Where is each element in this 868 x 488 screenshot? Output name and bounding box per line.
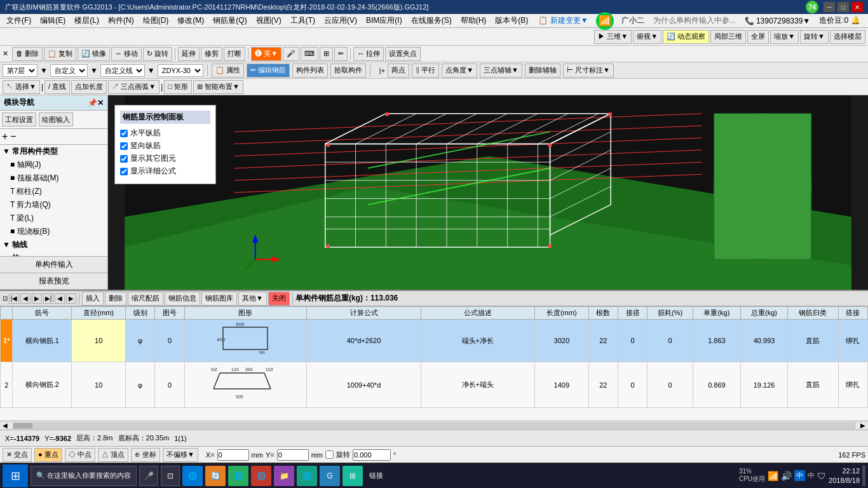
- minimize-button[interactable]: ─: [824, 2, 835, 12]
- horizontal-scrollbar[interactable]: ◀ ▶: [0, 421, 868, 430]
- phone-number[interactable]: 📞 13907298339▼: [741, 15, 815, 27]
- sidebar-item-col[interactable]: ▼ 柱: [0, 252, 107, 256]
- clock[interactable]: 22:12 2018/8/18: [829, 466, 860, 485]
- insert-row-button[interactable]: 插入: [82, 292, 104, 306]
- select-button[interactable]: ↖ 选择▼: [3, 80, 40, 94]
- extend-button[interactable]: 延伸: [178, 47, 200, 61]
- 3d-view-button[interactable]: ▶ 三维▼: [594, 30, 632, 44]
- sidebar-item-axis[interactable]: ▼ 轴线: [0, 238, 107, 252]
- top-view-button[interactable]: 俯视▼: [633, 30, 661, 44]
- stretch-button[interactable]: ↔ 拉伸: [353, 47, 384, 61]
- search-button[interactable]: 🔍 在这里输入你要搜索的内容: [31, 466, 137, 486]
- menu-bim[interactable]: BIM应用(I): [362, 14, 406, 27]
- vertical-rebar-checkbox[interactable]: [120, 142, 128, 150]
- parallel-button[interactable]: ‖ 平行: [412, 64, 439, 78]
- nav-back-button[interactable]: ◀: [55, 294, 65, 304]
- mirror-button[interactable]: 🔄 镜像: [78, 47, 110, 61]
- task-view-icon[interactable]: ⊡: [161, 466, 180, 486]
- close-button[interactable]: ✕: [851, 2, 863, 12]
- drawing-input-button[interactable]: 绘图输入: [39, 112, 73, 126]
- rebar-info-button[interactable]: 钢筋信息: [165, 292, 200, 306]
- break-button[interactable]: 打断: [224, 47, 245, 61]
- delete-aux-button[interactable]: 删除辅轴: [525, 64, 560, 78]
- define-select[interactable]: 自定义: [50, 64, 88, 77]
- three-point-aux-button[interactable]: 三点辅轴▼: [480, 64, 522, 78]
- taskbar-app-3[interactable]: 🌐: [228, 466, 248, 486]
- sidebar-item-beam[interactable]: T 梁(L): [0, 212, 107, 225]
- table-button[interactable]: ⊞: [320, 47, 333, 61]
- menu-view[interactable]: 视图(V): [252, 14, 285, 27]
- sidebar-item-raft[interactable]: ■ 筏板基础(M): [0, 172, 107, 185]
- no-skew-button[interactable]: 不偏移▼: [163, 448, 198, 462]
- lang-icon[interactable]: 中: [794, 470, 805, 481]
- menu-draw[interactable]: 绘图(D): [139, 14, 173, 27]
- rebar-library-button[interactable]: 钢筋图库: [201, 292, 237, 306]
- maximize-button[interactable]: □: [837, 2, 849, 12]
- sidebar-item-shear-wall[interactable]: T 剪力墙(Q): [0, 198, 107, 212]
- two-point-button[interactable]: 两点: [388, 64, 409, 78]
- rect-button[interactable]: □ 矩形: [164, 80, 192, 94]
- menu-online[interactable]: 在线服务(S): [407, 14, 456, 27]
- sidebar-item-frame-col[interactable]: T 框柱(Z): [0, 185, 107, 198]
- menu-new-change[interactable]: 📋 新建变更▼: [534, 14, 592, 27]
- taskbar-app-6[interactable]: ⊞: [342, 466, 363, 486]
- edit-rebar-button[interactable]: ✏ 编辑钢筋: [247, 64, 290, 78]
- other-button[interactable]: 其他▼: [238, 292, 267, 306]
- snap-coord-button[interactable]: ⊕ 坐标: [131, 448, 160, 462]
- menu-modify[interactable]: 修改(M): [173, 14, 208, 27]
- minus-icon[interactable]: −: [10, 131, 16, 142]
- local-3d-button[interactable]: 局部三维: [710, 30, 746, 44]
- single-component-button[interactable]: 单构件输入: [0, 257, 107, 273]
- nav-first-button[interactable]: |◀: [9, 294, 19, 304]
- snap-heavy-button[interactable]: ● 重点: [34, 448, 62, 462]
- snap-mid-button[interactable]: ◇ 中点: [65, 448, 95, 462]
- taskbar-app-folder[interactable]: 📁: [274, 466, 294, 486]
- delete-row-button[interactable]: 删除: [105, 292, 126, 306]
- volume-icon[interactable]: 🔊: [781, 471, 792, 481]
- fullscreen-button[interactable]: 全屏: [747, 30, 769, 44]
- rebar-table-wrap[interactable]: 筋号 直径(mm) 级别 图号 图形 计算公式 公式描述 长度(mm) 根数 接…: [0, 306, 868, 421]
- cost-bean[interactable]: 造价豆:0 🔔: [815, 14, 864, 27]
- taskbar-app-g[interactable]: G: [320, 466, 340, 486]
- antivirus-icon[interactable]: 🛡: [817, 471, 826, 481]
- line-button[interactable]: / 直线: [44, 80, 70, 94]
- menu-component[interactable]: 构件(N): [104, 14, 138, 27]
- coord-y-input[interactable]: [277, 449, 309, 461]
- move-button[interactable]: ↔ 移动: [111, 47, 142, 61]
- define-line-select[interactable]: 自定义线: [100, 64, 145, 77]
- add-icon[interactable]: +: [2, 131, 8, 142]
- menu-tools[interactable]: 工具(T): [287, 14, 319, 27]
- nav-next-button[interactable]: ▶: [32, 294, 42, 304]
- set-grip-button[interactable]: 设置夹点: [385, 47, 421, 61]
- nav-prev-button[interactable]: ◀: [20, 294, 31, 304]
- table-row[interactable]: 1* 横向钢筋.1 10 φ 0 400 505 No: [1, 320, 868, 362]
- help-question[interactable]: 为什么单构件输入中参...: [649, 14, 740, 27]
- arc3pt-button[interactable]: ↗ 三点画弧▼: [108, 80, 159, 94]
- rotate-edit-button[interactable]: ↻ 旋转: [143, 47, 172, 61]
- menu-rebar[interactable]: 钢筋量(Q): [209, 14, 250, 27]
- wifi-tray-icon[interactable]: 📶: [768, 471, 778, 481]
- snap-top-button[interactable]: △ 顶点: [98, 448, 128, 462]
- nav-forward-button[interactable]: ▶: [66, 294, 76, 304]
- taskbar-app-2[interactable]: 🔄: [205, 466, 226, 486]
- menu-edit[interactable]: 编辑(E): [36, 14, 69, 27]
- scale-rebar-button[interactable]: 缩尺配筋: [128, 292, 163, 306]
- voice-button[interactable]: 🎤: [283, 47, 299, 61]
- menu-version[interactable]: 版本号(B): [491, 14, 532, 27]
- delete-button[interactable]: 🗑 删除: [12, 47, 43, 61]
- cortana-mic-icon[interactable]: 🎤: [139, 466, 158, 486]
- zdyx-select[interactable]: ZDYX-30: [158, 64, 203, 77]
- scrollbar-thumb[interactable]: [13, 423, 32, 428]
- show-desktop-button[interactable]: [862, 466, 865, 486]
- dynamic-observe-button[interactable]: 🔄 动态观察: [663, 30, 709, 44]
- project-settings-button[interactable]: 工程设置: [2, 112, 36, 126]
- layer-select[interactable]: 第7层: [3, 64, 37, 77]
- rotate-button[interactable]: 旋转▼: [800, 30, 829, 44]
- menu-help[interactable]: 帮助(H): [457, 14, 491, 27]
- property-button[interactable]: 📋 属性: [212, 64, 244, 78]
- coord-x-input[interactable]: [217, 449, 249, 461]
- sidebar-item-common-types[interactable]: ▼ 常用构件类型: [0, 145, 107, 158]
- table-row[interactable]: 2 横向钢筋.2 10 φ 0 9/Z 124: [1, 362, 868, 408]
- select-floor-button[interactable]: 选择楼层: [830, 30, 865, 44]
- menu-cloud[interactable]: 云应用(V): [320, 14, 361, 27]
